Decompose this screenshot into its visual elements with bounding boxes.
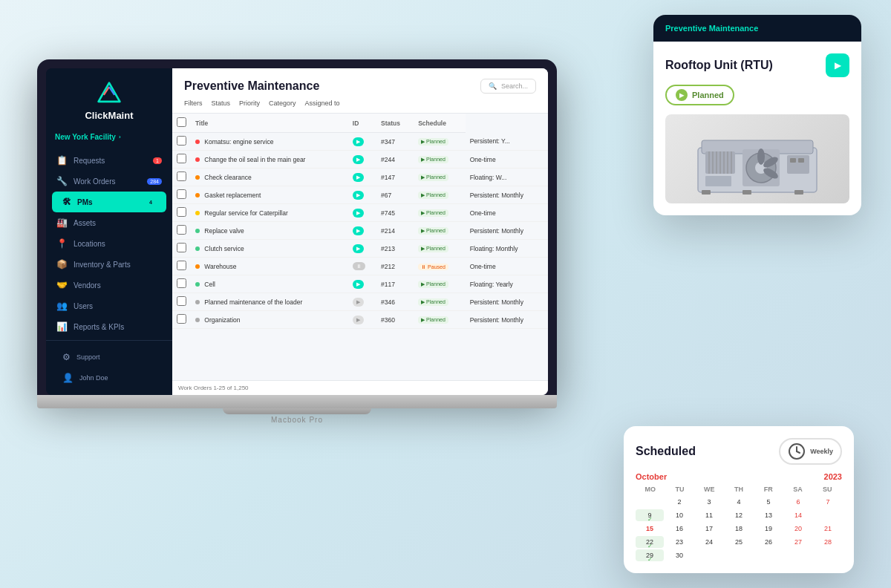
row-checkbox[interactable]: [177, 261, 186, 270]
category-filter[interactable]: Category: [269, 99, 296, 107]
svg-rect-25: [705, 176, 731, 186]
status-badge: ⏸ Paused: [418, 264, 448, 270]
toggle-on[interactable]: ▶: [353, 244, 364, 253]
row-toggle[interactable]: ▶: [348, 169, 376, 186]
table-row[interactable]: Cell ▶ #117 ▶ Planned Floating: Yearly: [172, 275, 548, 293]
cal-cell: 28: [814, 536, 842, 548]
sidebar-item-reports[interactable]: 📊 Reports & KPIs: [46, 316, 172, 337]
row-toggle[interactable]: ▶: [348, 133, 376, 151]
row-toggle[interactable]: ⏸: [348, 258, 376, 275]
toggle-on[interactable]: ▶: [353, 137, 364, 146]
sidebar-item-inventory[interactable]: 📦 Inventory & Parts: [46, 254, 172, 275]
table-row[interactable]: Regular service for Caterpillar ▶ #745 ▶…: [172, 204, 548, 222]
sidebar-item-pms[interactable]: 🛠 PMs 4: [52, 192, 166, 212]
admin-icon: ⚙: [62, 393, 71, 395]
row-title: Organization: [191, 311, 348, 329]
table-row[interactable]: Gasket replacement ▶ #67 ▶ Planned Persi…: [172, 186, 548, 204]
cal-cell: 24: [695, 536, 723, 548]
pm-play-button[interactable]: ▶: [826, 53, 849, 77]
status-filter[interactable]: Status: [212, 99, 231, 107]
toggle-on[interactable]: ▶: [353, 173, 364, 182]
row-checkbox[interactable]: [177, 278, 186, 288]
sidebar-item-support[interactable]: ⚙ Support: [52, 347, 166, 368]
cal-cell: [754, 549, 783, 561]
row-toggle[interactable]: ▶: [348, 311, 376, 329]
toggle-on[interactable]: ▶: [353, 209, 364, 218]
pm-table-body: Komatsu: engine service ▶ #347 ▶ Planned…: [172, 133, 548, 329]
row-checkbox[interactable]: [177, 172, 186, 181]
assigned-filter[interactable]: Assigned to: [305, 99, 340, 107]
cal-cell: 16: [665, 523, 693, 535]
search-icon: 🔍: [489, 82, 497, 90]
laptop-wrapper: ClickMaint New York Facility › 📋 Request…: [37, 59, 557, 424]
row-schedule: Floating: Yearly: [466, 275, 548, 293]
row-toggle[interactable]: ▶: [348, 240, 376, 258]
row-toggle[interactable]: ▶: [348, 222, 376, 240]
cal-month-row: October 2023: [636, 472, 842, 481]
pm-card-header: Preventive Maintenance: [653, 15, 861, 42]
facility-chevron-icon: ›: [119, 134, 121, 140]
logo-icon: [96, 80, 123, 107]
row-title: Gasket replacement: [191, 186, 348, 204]
row-title: Change the oil seal in the main gear: [191, 151, 348, 169]
table-row[interactable]: Change the oil seal in the main gear ▶ #…: [172, 151, 548, 169]
sidebar-item-users[interactable]: 👥 Users: [46, 295, 172, 316]
row-id: #212: [376, 258, 414, 275]
toggle-on[interactable]: ▶: [353, 155, 364, 164]
row-status: ▶ Planned: [414, 169, 466, 186]
calendar-header: Scheduled Weekly: [636, 438, 842, 465]
row-schedule: Persistent: Monthly: [466, 311, 548, 329]
row-id: #745: [376, 204, 414, 222]
assets-icon: 🏭: [56, 218, 68, 228]
row-checkbox[interactable]: [177, 243, 186, 252]
row-toggle[interactable]: ▶: [348, 186, 376, 204]
toggle-on[interactable]: ▶: [353, 280, 364, 289]
row-schedule: Persistent: Monthly: [466, 186, 548, 204]
table-row[interactable]: Replace valve ▶ #214 ▶ Planned Persisten…: [172, 222, 548, 240]
logo-text: ClickMaint: [85, 110, 133, 121]
table-row[interactable]: Warehouse ⏸ #212 ⏸ Paused One-time: [172, 258, 548, 275]
select-all-checkbox[interactable]: [177, 117, 186, 127]
avatar-icon: 👤: [62, 373, 74, 383]
toggle-on[interactable]: ▶: [353, 191, 364, 200]
row-toggle[interactable]: ▶: [348, 204, 376, 222]
check-mark-icon: ✓: [647, 516, 653, 523]
sidebar-item-locations[interactable]: 📍 Locations: [46, 233, 172, 254]
table-row[interactable]: Planned maintenance of the loader ▶ #346…: [172, 293, 548, 311]
priority-dot: [195, 140, 200, 144]
row-toggle[interactable]: ▶: [348, 151, 376, 169]
sidebar-item-work-orders[interactable]: 🔧 Work Orders 284: [46, 171, 172, 192]
search-bar[interactable]: 🔍 Search...: [480, 79, 536, 94]
table-row[interactable]: Clutch service ▶ #213 ▶ Planned Floating…: [172, 240, 548, 258]
toggle-on[interactable]: ▶: [353, 226, 364, 235]
sidebar: ClickMaint New York Facility › 📋 Request…: [46, 68, 172, 395]
row-checkbox[interactable]: [177, 314, 186, 324]
sidebar-item-user-profile[interactable]: 👤 John Doe: [52, 368, 166, 388]
priority-filter[interactable]: Priority: [239, 99, 260, 107]
row-schedule: Floating: Monthly: [466, 240, 548, 258]
row-checkbox[interactable]: [177, 207, 186, 217]
cal-cell: 12: [725, 509, 753, 521]
facility-name[interactable]: New York Facility ›: [55, 133, 163, 141]
sidebar-item-vendors[interactable]: 🤝 Vendors: [46, 275, 172, 295]
row-toggle[interactable]: ▶: [348, 275, 376, 293]
sidebar-item-assets[interactable]: 🏭 Assets: [46, 212, 172, 233]
cal-cell: 7: [814, 496, 842, 508]
row-checkbox[interactable]: [177, 154, 186, 163]
cal-cell: [784, 549, 812, 561]
row-checkbox[interactable]: [177, 225, 186, 235]
table-row[interactable]: Check clearance ▶ #147 ▶ Planned Floatin…: [172, 169, 548, 186]
row-checkbox[interactable]: [177, 136, 186, 146]
row-id: #244: [376, 151, 414, 169]
sidebar-item-requests[interactable]: 📋 Requests 1: [46, 150, 172, 171]
sidebar-item-admin[interactable]: ⚙ Admin Settings: [52, 388, 166, 395]
row-checkbox[interactable]: [177, 296, 186, 306]
row-id: #346: [376, 293, 414, 311]
toggle-off[interactable]: ⏸: [353, 262, 365, 270]
row-toggle[interactable]: ▶: [348, 293, 376, 311]
table-row[interactable]: Komatsu: engine service ▶ #347 ▶ Planned…: [172, 133, 548, 151]
filter-button[interactable]: Filters: [184, 99, 203, 107]
table-row[interactable]: Organization ▶ #360 ▶ Planned Persistent…: [172, 311, 548, 329]
row-checkbox[interactable]: [177, 189, 186, 199]
status-badge: ▶ Planned: [418, 227, 448, 235]
